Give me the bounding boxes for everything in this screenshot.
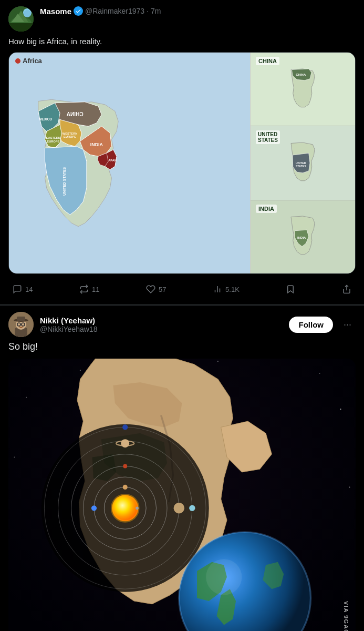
africa-map-image[interactable]: Africa CHINA MEXICO WESTERN bbox=[8, 52, 356, 274]
views-button[interactable]: 5.1K bbox=[209, 282, 244, 296]
svg-text:INDIA: INDIA bbox=[90, 142, 103, 147]
china-africa-mini: CHINA bbox=[283, 66, 323, 113]
svg-point-36 bbox=[217, 361, 219, 362]
like-count: 57 bbox=[159, 286, 166, 293]
india-africa-mini: INDIA bbox=[283, 213, 323, 260]
tweet-1-actions: 14 11 57 5.1K bbox=[8, 280, 356, 298]
tweet-2-text: So big! bbox=[8, 341, 356, 352]
tweet-2-user-info: Nikki (Yeehaw) @NikkiYeehaw18 bbox=[40, 316, 283, 333]
follow-button[interactable]: Follow bbox=[289, 317, 333, 333]
tweet-2-header: Nikki (Yeehaw) @NikkiYeehaw18 Follow ··· bbox=[8, 312, 356, 337]
svg-point-39 bbox=[26, 397, 27, 398]
panel-india: INDIA INDIA bbox=[251, 200, 355, 273]
tweet-2: Nikki (Yeehaw) @NikkiYeehaw18 Follow ···… bbox=[0, 306, 364, 631]
svg-point-63 bbox=[123, 464, 127, 469]
tweet-1-username: @Rainmaker1973 bbox=[85, 7, 144, 15]
svg-rect-28 bbox=[17, 317, 25, 321]
watermark: VIA 9GAG.COM bbox=[343, 601, 349, 631]
svg-point-66 bbox=[121, 439, 129, 447]
tweet-1-avatar[interactable] bbox=[8, 6, 34, 32]
us-africa-mini: UNITED STATES bbox=[283, 139, 323, 187]
panel-china: CHINA CHINA bbox=[251, 53, 355, 126]
tweet-1-time: 7m bbox=[151, 7, 161, 15]
tweet-2-username-row: Nikki (Yeehaw) bbox=[40, 316, 283, 325]
africa-dot-icon bbox=[15, 58, 20, 64]
comment-count: 14 bbox=[25, 286, 33, 293]
svg-point-40 bbox=[340, 409, 341, 410]
africa-countries-svg: CHINA MEXICO WESTERN EUROPE EASTERN EURO… bbox=[12, 58, 145, 268]
svg-point-38 bbox=[319, 373, 320, 374]
map-visual: Africa CHINA MEXICO WESTERN bbox=[9, 53, 355, 273]
svg-point-67 bbox=[189, 505, 195, 511]
share-button[interactable] bbox=[338, 282, 356, 296]
svg-text:UNITED: UNITED bbox=[296, 161, 306, 165]
like-button[interactable]: 57 bbox=[142, 282, 170, 296]
tweet-1-display-name: Masome bbox=[40, 7, 71, 16]
svg-text:UNITED STATES: UNITED STATES bbox=[63, 167, 67, 196]
svg-point-34 bbox=[80, 370, 81, 371]
more-options-button[interactable]: ··· bbox=[339, 317, 356, 332]
tweet-1-username-row: Masome @Rainmaker1973 · 7m bbox=[40, 6, 356, 16]
map-right-panels: CHINA CHINA UNITEDSTATES bbox=[250, 53, 355, 273]
svg-point-68 bbox=[122, 424, 128, 430]
tweet-2-display-name: Nikki (Yeehaw) bbox=[40, 316, 95, 325]
svg-text:EASTERN: EASTERN bbox=[46, 136, 60, 139]
svg-point-61 bbox=[123, 485, 128, 490]
svg-rect-4 bbox=[8, 23, 34, 32]
svg-text:CHINA: CHINA bbox=[296, 73, 306, 76]
africa-space-svg bbox=[8, 359, 356, 631]
india-label: INDIA bbox=[256, 205, 277, 213]
china-label: CHINA bbox=[256, 57, 279, 65]
svg-point-42 bbox=[349, 486, 350, 487]
svg-point-60 bbox=[136, 506, 139, 510]
svg-point-6 bbox=[24, 10, 31, 17]
us-label: UNITEDSTATES bbox=[256, 130, 280, 144]
africa-label: Africa bbox=[15, 57, 42, 65]
space-africa-image[interactable]: VIA 9GAG.COM bbox=[8, 359, 356, 631]
tweet-1-header: Masome @Rainmaker1973 · 7m bbox=[8, 6, 356, 32]
retweet-button[interactable]: 11 bbox=[75, 282, 103, 296]
tweet-2-avatar[interactable] bbox=[8, 312, 34, 337]
retweet-count: 11 bbox=[92, 286, 99, 293]
svg-point-64 bbox=[174, 503, 185, 514]
svg-text:WESTERN: WESTERN bbox=[63, 132, 78, 135]
svg-text:STATES: STATES bbox=[296, 165, 306, 168]
tweet-1-text: How big is Africa, in reality. bbox=[8, 36, 356, 47]
svg-point-62 bbox=[91, 505, 97, 511]
svg-point-41 bbox=[14, 457, 15, 458]
svg-text:INDIA: INDIA bbox=[297, 236, 306, 239]
panel-united-states: UNITEDSTATES UNITED STATES bbox=[251, 126, 355, 200]
tweet-2-username: @NikkiYeehaw18 bbox=[40, 325, 283, 333]
svg-text:EUROPE: EUROPE bbox=[47, 140, 59, 143]
views-count: 5.1K bbox=[225, 286, 240, 293]
svg-text:EUROPE: EUROPE bbox=[64, 135, 76, 138]
tweet-1-meta: Masome @Rainmaker1973 · 7m bbox=[40, 6, 356, 16]
tweet-1: Masome @Rainmaker1973 · 7m How big is Af… bbox=[0, 0, 364, 305]
map-left-panel: Africa CHINA MEXICO WESTERN bbox=[9, 53, 250, 273]
svg-text:MEXICO: MEXICO bbox=[39, 117, 52, 121]
bookmark-button[interactable] bbox=[282, 282, 299, 296]
svg-point-70 bbox=[206, 559, 242, 595]
svg-text:CHINA: CHINA bbox=[66, 111, 84, 117]
comment-button[interactable]: 14 bbox=[8, 282, 37, 296]
verified-badge bbox=[74, 6, 83, 16]
